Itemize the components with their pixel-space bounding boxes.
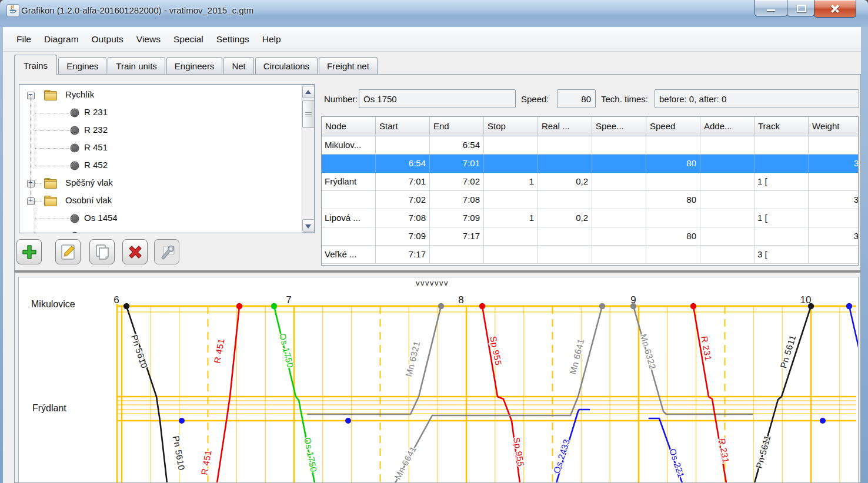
- delete-train-button[interactable]: [122, 239, 148, 264]
- table-row[interactable]: 6:547:01803: [322, 155, 859, 173]
- tab-freight-net[interactable]: Freight net: [319, 57, 378, 75]
- cell-speed: 80: [646, 155, 700, 173]
- maximize-icon: [797, 5, 806, 12]
- train-icon: [71, 145, 78, 152]
- column-header-adde[interactable]: Adde...: [700, 117, 755, 136]
- tab-bar: TrainsEnginesTrain unitsEngineersNetCirc…: [14, 53, 379, 75]
- train-icon: [71, 233, 78, 233]
- plus-icon: [20, 243, 39, 261]
- tools-button[interactable]: [154, 239, 179, 264]
- cell-speed: [646, 173, 700, 191]
- train-endpoint-dot: [123, 303, 129, 309]
- cell-real: [538, 227, 592, 246]
- tree-item-label: Os 1454: [84, 213, 118, 223]
- cell-start: [376, 136, 430, 155]
- graph-train-pn-5611[interactable]: Pn 5611Pn 5611: [754, 303, 814, 483]
- copy-train-button[interactable]: [89, 239, 115, 264]
- cell-end: 7:02: [430, 173, 484, 191]
- graph-train-mn-6322[interactable]: Mn 6322: [630, 303, 752, 414]
- scroll-up-button[interactable]: [302, 86, 315, 98]
- copy-icon: [93, 243, 112, 261]
- cell-adde: [700, 227, 755, 246]
- arrow-down-icon: [305, 224, 311, 229]
- train-label: Pn 5610: [171, 435, 187, 471]
- minimize-icon: [767, 9, 775, 11]
- tab-train-units[interactable]: Train units: [108, 57, 165, 75]
- menu-help[interactable]: Help: [256, 31, 288, 48]
- tab-trains[interactable]: Trains: [14, 55, 57, 75]
- table-row[interactable]: Veľké ...7:173 [: [322, 246, 859, 264]
- train-endpoint-dot: [271, 303, 277, 309]
- cell-start: 7:01: [376, 173, 430, 191]
- column-header-speed[interactable]: Speed: [646, 117, 700, 136]
- cell-end: [430, 246, 484, 264]
- arrow-up-icon: [305, 90, 311, 94]
- cell-start: 7:08: [376, 209, 430, 227]
- tree-item-osobn-vlak[interactable]: −Osobní vlak: [19, 192, 296, 210]
- train-label: Mn 6322: [639, 333, 658, 370]
- graph-train-sp-955[interactable]: Sp 955Sp 955: [479, 303, 526, 483]
- table-row[interactable]: 7:027:08803: [322, 191, 859, 209]
- column-header-end[interactable]: End: [430, 117, 484, 136]
- table-row[interactable]: 7:097:17803: [322, 227, 859, 246]
- close-button[interactable]: [814, 0, 856, 18]
- train-label: Pn 5610: [129, 333, 150, 370]
- tab-circulations[interactable]: Circulations: [255, 57, 318, 75]
- scrollbar-thumb[interactable]: [302, 100, 315, 128]
- column-header-node[interactable]: Node: [322, 117, 376, 136]
- table-row[interactable]: Lipová ...7:087:0910,21 [: [322, 209, 859, 227]
- edit-train-button[interactable]: [55, 239, 81, 264]
- menu-file[interactable]: File: [10, 31, 38, 48]
- tab-engineers[interactable]: Engineers: [166, 57, 223, 75]
- tree-guide: [35, 113, 69, 113]
- scroll-down-button[interactable]: [302, 219, 315, 232]
- add-train-button[interactable]: [16, 239, 42, 264]
- menu-special[interactable]: Special: [167, 31, 210, 48]
- cell-spee: [592, 173, 646, 191]
- cell-track: [755, 136, 809, 155]
- column-header-track[interactable]: Track: [755, 117, 809, 136]
- menu-settings[interactable]: Settings: [210, 31, 256, 48]
- column-header-stop[interactable]: Stop: [484, 117, 538, 136]
- speed-field[interactable]: 80: [557, 89, 596, 108]
- graph-top-marker: vvvvvvv: [416, 279, 449, 287]
- graph-train-unlabeled[interactable]: [846, 303, 859, 357]
- column-header-real[interactable]: Real ...: [538, 117, 592, 136]
- cell-stop: [484, 227, 538, 246]
- tab-net[interactable]: Net: [223, 57, 253, 75]
- table-row[interactable]: Frýdlant7:017:0210,21 [: [322, 173, 859, 191]
- collapse-icon[interactable]: −: [27, 92, 35, 99]
- menu-outputs[interactable]: Outputs: [85, 31, 130, 48]
- tree-item-os-1455[interactable]: Os 1455: [19, 227, 296, 233]
- column-header-weight[interactable]: Weight: [809, 117, 859, 136]
- graph-train-r-451[interactable]: R 451R 451: [199, 303, 243, 483]
- column-header-spee[interactable]: Spee...: [592, 117, 646, 136]
- tree-guide: [35, 219, 69, 219]
- grafikon-window: Grafikon (1.2.0-alfa-201601282000) - vra…: [0, 0, 868, 483]
- graph-train-os-1750[interactable]: Os 1750Os 1750: [271, 303, 319, 483]
- graph-train-os-221[interactable]: Os 221: [649, 418, 686, 483]
- menu-diagram[interactable]: Diagram: [38, 31, 85, 48]
- tree-item-rychl-k[interactable]: −Rychlík: [19, 86, 296, 104]
- maximize-button[interactable]: [787, 0, 814, 16]
- number-field[interactable]: Os 1750: [359, 89, 516, 108]
- hour-label: 8: [458, 294, 463, 306]
- column-header-start[interactable]: Start: [376, 117, 430, 136]
- minimize-button[interactable]: [755, 0, 787, 16]
- tree-guide: [35, 102, 35, 166]
- title-bar[interactable]: Grafikon (1.2.0-alfa-201601282000) - vra…: [0, 0, 868, 27]
- panel-splitter[interactable]: [15, 270, 860, 273]
- cell-stop: [484, 191, 538, 209]
- tab-engines[interactable]: Engines: [58, 57, 106, 75]
- graph-train-mn-6321[interactable]: Mn 6321: [308, 303, 444, 414]
- graph-train-mn-6641[interactable]: Mn 6641Mn 6641: [392, 303, 605, 483]
- train-endpoint-dot: [690, 303, 696, 309]
- tree-item-sp-n-vlak[interactable]: +Spěšný vlak: [19, 175, 296, 192]
- menu-views[interactable]: Views: [130, 31, 167, 48]
- tech-times-field[interactable]: before: 0, after: 0: [655, 89, 859, 108]
- graph-train-pn-5610[interactable]: Pn 5610Pn 5610: [123, 303, 187, 483]
- table-row[interactable]: Mikulov...6:54: [322, 136, 859, 155]
- cell-speed: [646, 136, 700, 155]
- train-label: Mn 6641: [392, 444, 418, 481]
- cell-spee: [592, 191, 646, 209]
